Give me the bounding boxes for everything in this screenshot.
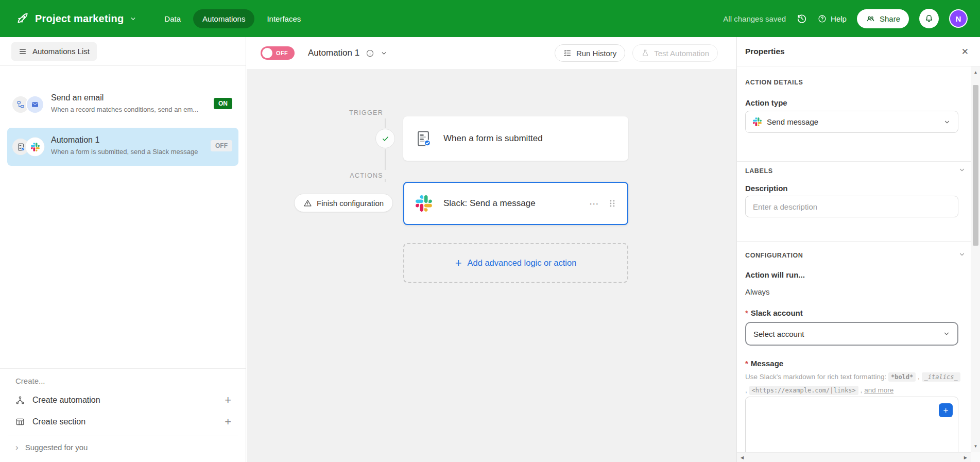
hint-bold-chip: *bold* [888,372,916,382]
run-history-button[interactable]: Run History [555,44,625,62]
create-automation-label: Create automation [32,396,100,405]
plus-icon[interactable]: + [225,416,231,427]
scrollbar-corner [971,452,980,462]
rocket-icon [15,12,29,25]
toggle-state-label: OFF [276,50,288,56]
tab-automations[interactable]: Automations [193,9,254,28]
properties-body: ACTION DETAILS Action type Send message … [737,66,971,452]
suggested-for-you-row[interactable]: › Suggested for you [0,436,246,462]
slack-account-select[interactable]: Select account [745,322,958,346]
message-label: *Message [745,359,783,368]
notifications-button[interactable] [919,9,939,28]
automations-list: Send an email When a record matches cond… [0,66,246,166]
base-switcher[interactable]: Project marketing [15,12,136,25]
divider [0,368,246,369]
finish-configuration-label: Finish configuration [317,199,384,208]
add-advanced-logic-button[interactable]: + Add advanced logic or action [403,243,628,283]
plus-icon[interactable]: + [225,395,231,406]
slack-account-label-text: Slack account [751,309,803,317]
scroll-down-icon[interactable]: ▼ [971,444,980,449]
run-history-icon [563,49,572,57]
hint-separator: , [918,373,920,381]
connector-line [385,179,386,182]
chevron-right-icon: › [15,443,19,452]
topbar-right: All changes saved Help [723,9,968,28]
create-automation-row[interactable]: Create automation + [0,389,246,411]
hint-link-chip: <https://example.com/|links> [749,386,858,395]
sidebar-header: Automations List [0,37,246,66]
share-button[interactable]: Share [857,9,909,28]
collapse-labels-chevron-icon[interactable] [958,166,966,174]
toggle-knob [262,48,272,58]
hint-italics-chip: _italics_ [922,372,960,382]
message-markdown-hint: Use Slack's markdown for rich text forma… [745,370,960,397]
table-icon [15,417,25,426]
required-marker: * [745,359,748,368]
avatar[interactable]: N [949,9,968,28]
topbar-tabs: Data Automations Interfaces [155,9,310,28]
action-type-select[interactable]: Send message [745,111,958,133]
topbar: Project marketing Data Automations Inter… [0,0,980,37]
automation-title[interactable]: Automation 1 [308,48,359,58]
test-automation-button[interactable]: Test Automation [632,44,718,62]
trigger-card-title: When a form is submitted [443,133,543,144]
share-label: Share [880,14,900,23]
insert-token-button[interactable]: + [939,403,953,417]
tab-data[interactable]: Data [155,9,190,28]
automation-on-off-toggle[interactable]: OFF [261,46,295,60]
automation-list-item-send-email[interactable]: Send an email When a record matches cond… [7,85,238,124]
connector-line [385,149,386,170]
canvas-header: OFF Automation 1 Run History [247,37,736,69]
more-icon[interactable]: ⋯ [589,199,600,209]
run-condition-label: Action will run... [745,270,805,279]
action-type-label: Action type [745,98,787,107]
automation-item-icons [12,139,44,155]
chevron-down-icon[interactable] [381,50,387,57]
configuration-heading: CONFIGURATION [745,252,803,259]
scroll-left-icon[interactable]: ◀ [741,455,744,460]
collapse-configuration-chevron-icon[interactable] [958,251,966,258]
hamburger-icon [19,47,27,56]
automations-list-label: Automations List [32,47,90,56]
bell-icon [924,13,934,24]
check-icon [381,134,390,143]
hint-prefix: Use Slack's markdown for rich text forma… [745,373,886,381]
chevron-down-icon [943,330,950,337]
test-automation-label: Test Automation [654,49,709,58]
description-input[interactable] [745,196,958,217]
create-section-row[interactable]: Create section + [0,411,246,433]
canvas-header-actions: Run History Test Automation [555,44,718,62]
warning-icon [303,199,312,208]
properties-header: Properties ✕ [737,37,980,66]
tab-interfaces[interactable]: Interfaces [257,9,310,28]
info-icon[interactable] [366,49,374,58]
chevron-down-icon [943,118,951,126]
slack-account-value: Select account [753,330,804,338]
and-more-link[interactable]: and more [864,386,893,394]
help-button[interactable]: Help [818,14,847,23]
divider [737,241,971,242]
history-icon[interactable] [796,13,807,24]
scroll-up-icon[interactable]: ▲ [971,70,980,75]
plus-icon: + [943,406,949,415]
plus-icon: + [455,258,462,269]
actions-section-label: ACTIONS [247,172,383,179]
automations-list-button[interactable]: Automations List [11,42,97,61]
hint-separator: , [861,386,863,394]
scroll-right-icon[interactable]: ▶ [964,455,967,460]
automation-list-item-automation-1[interactable]: Automation 1 When a form is submitted, s… [7,128,238,166]
slack-action-card[interactable]: Slack: Send a message ⋯ [403,182,628,225]
trigger-card[interactable]: When a form is submitted [403,116,628,161]
description-label: Description [745,184,788,193]
horizontal-scrollbar[interactable]: ◀ ▶ [737,452,971,462]
vertical-scrollbar-thumb[interactable] [973,85,978,246]
message-input-container: + [745,397,958,452]
labels-heading: LABELS [745,167,773,175]
vertical-scrollbar[interactable]: ▲ ▼ [971,66,980,452]
finish-configuration-pill[interactable]: Finish configuration [294,194,393,212]
message-input[interactable] [746,397,958,452]
drag-handle-icon[interactable] [609,199,616,208]
close-icon[interactable]: ✕ [961,47,969,56]
slack-icon [753,117,762,126]
create-section-row-label: Create section [32,417,85,426]
